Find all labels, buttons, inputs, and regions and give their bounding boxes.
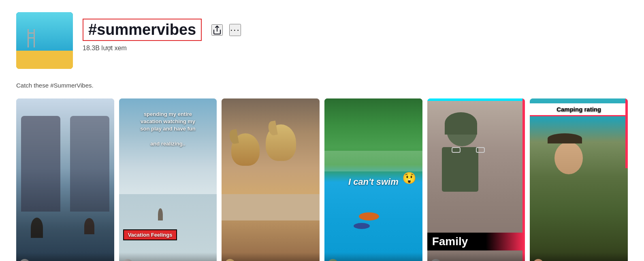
video-thumb-2: spending my entirevacation watching myso… — [119, 98, 217, 261]
avatar-v4 — [328, 259, 338, 261]
family-label: Family — [427, 233, 525, 250]
video-thumb-1: memywifeandkids — [16, 98, 114, 261]
camping-rating-label: Camping rating — [530, 103, 628, 116]
header: #summervibes ··· 18.3B lượt xem — [16, 12, 628, 69]
hashtag-title: #summervibes — [83, 19, 202, 41]
video-thumb-5: Family rich_alfonso — [427, 98, 525, 261]
beach-overlay-text: spending my entirevacation watching myso… — [123, 111, 213, 148]
cyan-bar-top — [427, 98, 525, 101]
video-card-1[interactable]: memywifeandkids Ayyyyeee we're on vaca..… — [16, 98, 114, 261]
video-grid: memywifeandkids Ayyyyeee we're on vaca..… — [16, 98, 628, 261]
avatar-v1 — [19, 259, 30, 261]
header-actions: ··· — [211, 24, 241, 36]
header-info: #summervibes ··· 18.3B lượt xem — [83, 12, 628, 52]
video-card-4[interactable]: I can't swim 😲 When you can't swim,butth… — [324, 98, 422, 261]
more-options-button[interactable]: ··· — [229, 24, 241, 36]
video-card-5[interactable]: Family rich_alfonso #stitch with ▶️ ... — [427, 98, 525, 261]
avatar-v5 — [431, 259, 441, 261]
hashtag-title-row: #summervibes ··· — [83, 19, 628, 41]
avatar-v2 — [122, 259, 133, 261]
avatar-v6 — [533, 259, 544, 261]
avatar-v3 — [225, 259, 235, 261]
vacation-feelings-label: Vacation Feelings — [123, 229, 177, 240]
view-count: 18.3B lượt xem — [83, 44, 628, 52]
hashtag-thumbnail — [16, 12, 73, 69]
video-thumb-3: maplesweetgolden — [222, 98, 320, 261]
description: Catch these #SummerVibes. — [16, 82, 628, 89]
video-thumb-4: I can't swim 😲 When you can't swim,butth… — [324, 98, 422, 261]
video-thumb-6: Camping rating michelletiang — [530, 98, 628, 261]
video-card-6[interactable]: Camping rating michelletiang My oldest s… — [530, 98, 628, 261]
share-button[interactable] — [211, 24, 223, 36]
emoji: 😲 — [402, 171, 416, 185]
page-container: #summervibes ··· 18.3B lượt xem Catch th… — [0, 0, 644, 261]
video-card-3[interactable]: maplesweetgolden Replying to ... — [222, 98, 320, 261]
video-card-2[interactable]: spending my entirevacation watching myso… — [119, 98, 217, 261]
cant-swim-text: I can't swim — [348, 177, 399, 187]
